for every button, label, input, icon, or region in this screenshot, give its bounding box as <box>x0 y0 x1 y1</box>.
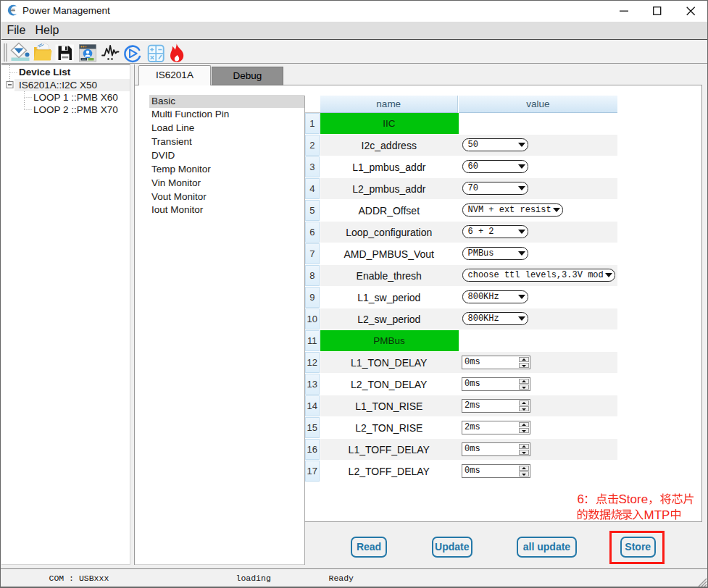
svg-text:Store: Store <box>619 492 649 506</box>
svg-text:6: 6 <box>578 492 584 506</box>
svg-text:MTP: MTP <box>644 508 670 522</box>
